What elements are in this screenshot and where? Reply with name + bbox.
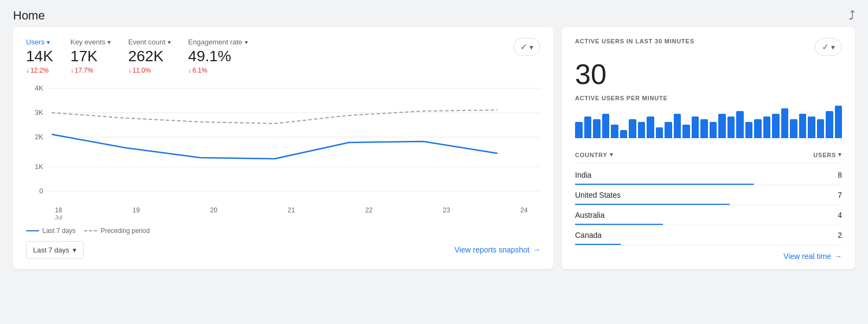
- bar: [727, 116, 735, 138]
- view-reports-arrow-icon: →: [533, 245, 540, 254]
- metric-key-events-change: ↓ 17.7%: [71, 67, 111, 74]
- bar: [602, 114, 610, 138]
- view-realtime-link[interactable]: View real time →: [783, 252, 842, 261]
- metric-engagement-rate-change: ↓ 6.1%: [188, 67, 248, 74]
- users-chevron-icon: ▾: [838, 151, 842, 158]
- bar: [584, 116, 592, 138]
- bar: [772, 114, 780, 138]
- svg-text:4K: 4K: [35, 85, 43, 92]
- legend-previous-label: Preceding period: [100, 227, 150, 235]
- country-users: 4: [838, 211, 842, 219]
- metric-users-change: ↓ 12.2%: [26, 67, 53, 74]
- bar: [682, 125, 690, 138]
- bar: [692, 116, 699, 138]
- engagement-chevron-icon: ▾: [245, 38, 248, 46]
- bar: [593, 119, 601, 138]
- left-card: Users ▾ 14K ↓ 12.2% Key events ▾ 17K ↓ 1…: [13, 27, 553, 269]
- metrics-check-chevron-icon: ▾: [529, 43, 533, 51]
- realtime-check-btn[interactable]: ✓ ▾: [815, 38, 842, 56]
- bar: [799, 114, 807, 138]
- bar: [656, 127, 663, 138]
- date-range-button[interactable]: Last 7 days ▾: [26, 241, 84, 259]
- country-users: 8: [838, 171, 842, 179]
- country-name: Australia: [575, 211, 604, 219]
- bar: [736, 111, 744, 138]
- metric-engagement-rate-label[interactable]: Engagement rate ▾: [188, 38, 248, 46]
- key-events-down-arrow-icon: ↓: [71, 67, 74, 74]
- page-title: Home: [13, 9, 45, 23]
- metrics-row: Users ▾ 14K ↓ 12.2% Key events ▾ 17K ↓ 1…: [26, 38, 540, 74]
- country-col-header[interactable]: COUNTRY ▾: [575, 151, 613, 158]
- active-count: 30: [575, 60, 842, 88]
- legend-dashed-line: [84, 230, 97, 231]
- x-label-19: 19: [125, 206, 147, 221]
- chart-x-labels: 18 Jul 19 20 21 22 23 24: [26, 206, 540, 221]
- bar: [826, 111, 833, 138]
- realtime-check-chevron-icon: ▾: [831, 43, 835, 51]
- legend: Last 7 days Preceding period: [26, 227, 150, 235]
- metrics-check-btn[interactable]: ✓ ▾: [513, 38, 540, 56]
- x-label-20: 20: [203, 206, 225, 221]
- realtime-header: ACTIVE USERS IN LAST 30 MINUTES ✓ ▾: [575, 38, 842, 56]
- key-events-chevron-icon: ▾: [107, 38, 111, 46]
- svg-text:3K: 3K: [35, 109, 43, 116]
- date-range-chevron-icon: ▾: [73, 246, 76, 254]
- chart-svg: 4K 3K 2K 1K 0: [26, 83, 540, 202]
- country-users: 7: [838, 191, 842, 199]
- bar: [647, 116, 654, 138]
- legend-current-label: Last 7 days: [42, 227, 75, 235]
- legend-solid-line: [26, 230, 39, 231]
- country-bar-underline: [575, 244, 621, 245]
- bar: [745, 122, 753, 138]
- view-reports-link[interactable]: View reports snapshot →: [455, 245, 540, 254]
- bar-chart: [575, 106, 842, 138]
- bar: [710, 122, 717, 138]
- country-bar-underline: [575, 184, 754, 185]
- metric-users-label[interactable]: Users ▾: [26, 38, 53, 46]
- view-realtime-label: View real time: [783, 252, 831, 261]
- metric-key-events-value: 17K: [71, 47, 111, 66]
- metric-engagement-rate: Engagement rate ▾ 49.1% ↓ 6.1%: [188, 38, 248, 74]
- view-realtime-arrow-icon: →: [834, 252, 842, 261]
- bar: [781, 108, 789, 138]
- bar: [763, 116, 771, 138]
- chart-container: 4K 3K 2K 1K 0: [26, 83, 540, 202]
- metric-event-count-label[interactable]: Event count ▾: [128, 38, 171, 46]
- check-circle-icon: ✓: [520, 42, 527, 52]
- metric-event-count: Event count ▾ 262K ↓ 11.0%: [128, 38, 171, 74]
- bar: [754, 119, 762, 138]
- bar: [674, 114, 681, 138]
- svg-text:0: 0: [40, 187, 43, 195]
- bar: [790, 119, 797, 138]
- country-name: Canada: [575, 231, 602, 239]
- legend-current: Last 7 days: [26, 227, 75, 235]
- metric-engagement-rate-value: 49.1%: [188, 47, 248, 66]
- right-card: ACTIVE USERS IN LAST 30 MINUTES ✓ ▾ 30 A…: [562, 27, 855, 269]
- country-name: United States: [575, 191, 621, 199]
- view-reports-label: View reports snapshot: [455, 245, 529, 254]
- metric-event-count-value: 262K: [128, 47, 171, 66]
- trending-icon[interactable]: ⤴: [849, 9, 855, 23]
- engagement-down-arrow-icon: ↓: [188, 67, 192, 74]
- bar: [638, 122, 646, 138]
- country-name: India: [575, 171, 591, 179]
- country-bar-underline: [575, 204, 730, 205]
- legend-previous: Preceding period: [84, 227, 150, 235]
- country-row: Canada 2: [575, 225, 842, 245]
- bar: [700, 119, 708, 138]
- bar: [620, 130, 628, 138]
- bar: [665, 122, 672, 138]
- per-minute-label: ACTIVE USERS PER MINUTE: [575, 95, 842, 101]
- date-range-label: Last 7 days: [33, 246, 69, 254]
- metric-key-events-label[interactable]: Key events ▾: [71, 38, 111, 46]
- right-card-footer: View real time →: [575, 245, 842, 261]
- x-label-22: 22: [358, 206, 380, 221]
- users-col-header[interactable]: USERS ▾: [813, 151, 842, 158]
- country-row: India 8: [575, 165, 842, 185]
- bar: [575, 122, 583, 138]
- bar: [718, 114, 726, 138]
- metric-event-count-change: ↓ 11.0%: [128, 67, 171, 74]
- x-label-23: 23: [436, 206, 457, 221]
- metric-users: Users ▾ 14K ↓ 12.2%: [26, 38, 53, 74]
- event-count-chevron-icon: ▾: [168, 38, 171, 46]
